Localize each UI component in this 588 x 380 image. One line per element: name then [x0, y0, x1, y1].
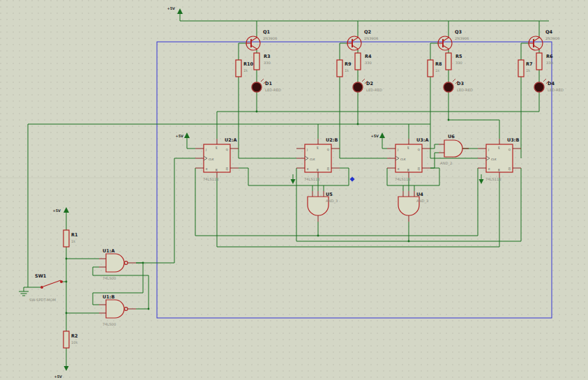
ref-label-d4: D4 — [548, 81, 555, 86]
ref-label-r8: R8 — [435, 61, 442, 67]
resistor-r8[interactable] — [428, 60, 433, 77]
value-label-d2: LED-RED — [366, 88, 382, 92]
ref-label-r5: R5 — [455, 54, 462, 59]
pin-label-qbar: Q — [226, 167, 228, 171]
grid-background — [0, 0, 588, 380]
resistor-r5[interactable] — [446, 53, 451, 70]
value-label-r4: 330 — [365, 61, 372, 65]
vcc-label-u3a: +5V — [370, 134, 379, 138]
pin-label-k: K — [398, 167, 400, 171]
value-label-u2a: 74LS112 — [203, 177, 219, 181]
pin-label-r: R — [498, 169, 500, 172]
schematic-canvas[interactable]: +5V +5V +5V +5V +5V Q1 2N3906 Q2 2N3906 … — [0, 0, 588, 380]
pin-label-q: Q — [418, 148, 420, 151]
value-label-u1b: 74LS00 — [103, 322, 116, 326]
ref-label-d2: D2 — [366, 81, 373, 86]
value-label-q4: 2N3906 — [545, 36, 559, 40]
ref-label-r3: R3 — [264, 54, 271, 59]
pin-label-k: K — [488, 167, 490, 171]
value-label-d3: LED-RED — [457, 88, 473, 92]
value-label-u3b: 74LS112 — [485, 177, 502, 181]
value-label-d1: LED-RED — [265, 88, 281, 92]
pin-label-qbar: Q — [508, 167, 511, 171]
value-label-q1: 2N3906 — [263, 36, 277, 40]
vcc-label-u2a: +5V — [175, 134, 183, 138]
pin-label-r: R — [317, 169, 319, 172]
ref-label-sw1: SW1 — [35, 273, 47, 279]
ref-label-q3: Q3 — [455, 29, 462, 35]
resistor-r3[interactable] — [254, 53, 259, 70]
ref-label-u2b: U2:B — [326, 137, 338, 143]
pin-label-qbar: Q — [418, 167, 420, 171]
pin-label-q: Q — [508, 148, 511, 151]
resistor-r10[interactable] — [236, 60, 241, 77]
ref-label-r6: R6 — [546, 54, 553, 59]
ref-label-u6: U6 — [448, 134, 455, 139]
pin-label-j: J — [205, 148, 206, 151]
ref-label-u1b: U1:B — [103, 294, 114, 300]
ref-label-u1a: U1:A — [103, 248, 114, 254]
ref-label-r10: R10 — [243, 61, 254, 67]
resistor-r4[interactable] — [355, 53, 361, 70]
vcc-label-r1: +5V — [52, 208, 61, 213]
value-label-r7: 1k — [526, 68, 530, 73]
pin-label-clk: CLK — [491, 158, 497, 161]
value-label-r9: 1k — [345, 68, 349, 73]
pin-label-j: J — [488, 148, 489, 151]
value-label-r2: 10k — [71, 340, 78, 344]
ref-label-u2a: U2:A — [225, 137, 236, 143]
value-label-u1a: 74LS00 — [103, 276, 116, 280]
pin-label-q: Q — [327, 148, 329, 151]
value-label-q3: 2N3906 — [455, 36, 469, 40]
ref-label-r2: R2 — [71, 333, 78, 339]
value-label-u4: AND_3 — [416, 199, 428, 204]
pin-label-qbar: Q — [327, 167, 329, 171]
value-label-r5: 330 — [455, 61, 462, 65]
ref-label-u3b: U3:B — [507, 137, 519, 143]
pin-label-clk: CLK — [310, 158, 315, 161]
ref-label-r4: R4 — [365, 54, 372, 59]
value-label-r10: 1k — [243, 68, 248, 73]
value-label-u5: AND_3 — [326, 199, 338, 204]
value-label-sw1: SW-SPDT-MOM — [29, 298, 56, 302]
resistor-r1[interactable] — [63, 230, 69, 247]
pin-label-clk: CLK — [400, 158, 406, 161]
value-label-r3: 330 — [264, 61, 271, 65]
pin-label-r: R — [407, 169, 409, 172]
pin-label-k: K — [307, 167, 309, 171]
value-label-u3a: 74LS112 — [395, 177, 411, 181]
ref-label-d3: D3 — [457, 81, 464, 86]
ref-label-r1: R1 — [71, 232, 78, 238]
value-label-q2: 2N3906 — [364, 36, 378, 40]
pin-label-j: J — [397, 148, 398, 151]
ref-label-r9: R9 — [345, 61, 352, 67]
value-label-u6: AND_2 — [440, 161, 452, 166]
ref-label-u5: U5 — [326, 192, 333, 197]
ref-label-r7: R7 — [526, 61, 533, 67]
value-label-r6: 330 — [546, 61, 553, 65]
ref-label-q2: Q2 — [364, 29, 371, 35]
vcc-label-r2: +5V — [54, 374, 62, 379]
value-label-r1: 1k — [71, 239, 75, 243]
value-label-d4: LED-RED — [548, 88, 564, 92]
ref-label-u4: U4 — [416, 192, 423, 197]
resistor-r6[interactable] — [536, 53, 542, 70]
resistor-r7[interactable] — [518, 60, 524, 77]
ref-label-u3a: U3:A — [416, 137, 428, 143]
pin-label-clk: CLK — [209, 158, 214, 161]
ref-label-q1: Q1 — [263, 29, 271, 35]
resistor-r2[interactable] — [63, 331, 69, 348]
vcc-label-rail: +5V — [167, 6, 175, 10]
pin-label-q: Q — [226, 148, 228, 151]
pin-label-k: K — [206, 167, 208, 171]
value-label-r8: 1k — [435, 68, 439, 73]
ref-label-q4: Q4 — [545, 29, 553, 35]
pin-label-j: J — [306, 148, 308, 151]
pin-label-r: R — [216, 169, 218, 172]
ref-label-d1: D1 — [265, 81, 272, 86]
resistor-r9[interactable] — [337, 60, 342, 77]
value-label-u2b: 74LS112 — [304, 177, 320, 181]
